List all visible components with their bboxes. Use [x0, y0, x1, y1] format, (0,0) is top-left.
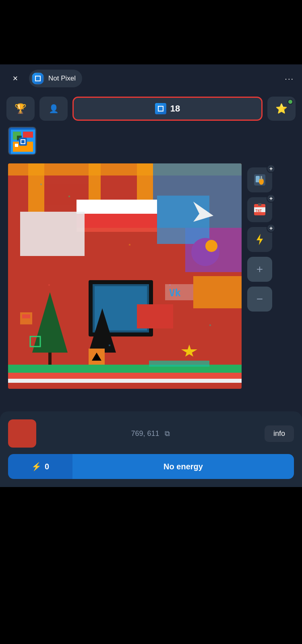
nav-bar: 18 [0, 93, 302, 125]
svg-rect-47 [48, 284, 50, 286]
svg-point-56 [205, 240, 217, 252]
paint-bucket-icon [252, 173, 267, 187]
svg-marker-67 [256, 234, 263, 245]
zoom-out-button[interactable]: − [247, 287, 272, 312]
pixel-square-icon [35, 76, 41, 81]
no-energy-button[interactable]: No energy [72, 454, 294, 479]
title-bar: × Not Pixel ··· [0, 64, 302, 93]
svg-text:Vk: Vk [169, 287, 181, 299]
trophy-icon [14, 103, 27, 114]
center-pixel-square [158, 106, 163, 111]
more-options-button[interactable]: ··· [285, 74, 294, 83]
copy-icon[interactable]: ⧉ [165, 429, 170, 438]
lightning-plus: + [267, 224, 275, 233]
counter-value: 18 [170, 103, 180, 114]
svg-rect-22 [157, 196, 209, 244]
pixel-icon-row [0, 125, 302, 157]
no-energy-label: No energy [163, 462, 203, 471]
color-swatch[interactable] [8, 419, 36, 448]
center-pixel-icon [155, 103, 166, 114]
svg-rect-18 [77, 200, 157, 214]
svg-rect-29 [8, 373, 242, 379]
svg-rect-48 [109, 345, 110, 346]
pixel-canvas[interactable]: Vk [8, 163, 242, 389]
right-toolbar: + + TNT [242, 163, 278, 389]
svg-rect-36 [22, 314, 26, 318]
app-title: Not Pixel [48, 74, 76, 83]
svg-rect-42 [40, 184, 42, 185]
pixel-app-icon [32, 73, 43, 84]
svg-rect-62 [261, 176, 262, 180]
thumbnail-svg [9, 128, 36, 155]
trophy-button[interactable] [6, 97, 35, 121]
svg-rect-12 [28, 163, 44, 212]
svg-rect-66 [258, 203, 261, 206]
svg-rect-30 [8, 379, 242, 383]
add-person-button[interactable] [39, 97, 68, 121]
svg-rect-46 [209, 324, 211, 326]
tnt-button[interactable]: + TNT [247, 197, 272, 222]
coords-value: 769, 611 [131, 429, 159, 438]
main-canvas-svg: Vk [8, 163, 242, 389]
color-row: 769, 611 ⧉ info [8, 419, 294, 448]
top-status-bar [0, 0, 302, 64]
svg-rect-7 [19, 138, 27, 146]
svg-rect-6 [15, 144, 18, 147]
svg-rect-3 [23, 132, 33, 138]
tnt-icon: TNT [252, 202, 267, 217]
bottom-status-bar [0, 487, 302, 559]
paint-bucket-plus: + [267, 164, 275, 173]
svg-rect-51 [137, 304, 173, 328]
app-container: × Not Pixel ··· 18 [0, 64, 302, 487]
bottom-panel: 769, 611 ⧉ info ⚡ 0 No energy [0, 411, 302, 487]
canvas-area: Vk + [0, 157, 302, 395]
lightning-energy-icon: ⚡ [31, 462, 41, 471]
paint-bucket-button[interactable]: + [247, 167, 272, 192]
svg-rect-44 [129, 244, 130, 246]
pixel-thumbnail[interactable] [8, 127, 36, 155]
energy-count-value: 0 [45, 462, 49, 471]
counter-button[interactable]: 18 [72, 97, 263, 121]
svg-rect-52 [149, 361, 209, 367]
tnt-plus: + [267, 194, 275, 203]
svg-rect-49 [193, 276, 242, 308]
close-button[interactable]: × [8, 71, 23, 86]
svg-rect-37 [26, 314, 30, 318]
app-icon [31, 72, 44, 85]
green-dot-indicator [288, 99, 293, 105]
svg-text:TNT: TNT [255, 209, 262, 213]
lightning-button[interactable]: + [247, 227, 272, 252]
coordinates-display: 769, 611 ⧉ [43, 429, 258, 438]
canvas-spacer [0, 395, 302, 411]
star-icon [275, 103, 288, 114]
lightning-tool-icon [252, 232, 267, 247]
zoom-in-button[interactable]: + [247, 257, 272, 282]
energy-count-section[interactable]: ⚡ 0 [8, 454, 72, 479]
star-button[interactable] [267, 97, 296, 121]
svg-rect-20 [20, 212, 85, 256]
svg-rect-43 [68, 196, 70, 197]
info-button[interactable]: info [265, 425, 294, 442]
svg-rect-19 [77, 214, 157, 228]
person-add-icon [49, 104, 59, 114]
app-icon-title[interactable]: Not Pixel [29, 70, 82, 87]
energy-row: ⚡ 0 No energy [8, 454, 294, 479]
